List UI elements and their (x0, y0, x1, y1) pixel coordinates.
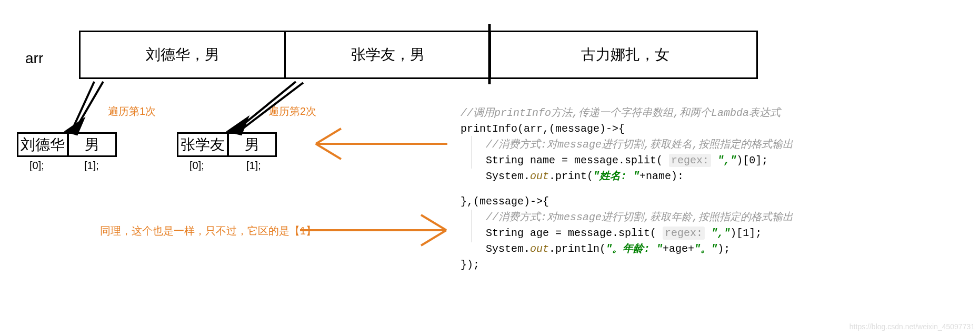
indent-guide-2 (471, 210, 472, 242)
code-split-arg-1: "," (717, 154, 736, 166)
iter1-idx-1: [1]; (84, 160, 99, 172)
bottom-note: 同理，这个也是一样，只不过，它区的是【1】 (100, 224, 316, 238)
code-out-1: out (530, 170, 549, 182)
svg-line-0 (71, 82, 94, 132)
code-l1-name-a: String name = message.split( (486, 154, 663, 166)
iter2-idx-1: [1]; (246, 160, 261, 172)
code-l1-print-str: "姓名: " (593, 170, 639, 182)
code-comment-lambda1: //消费方式:对message进行切割,获取姓名,按照指定的格式输出 (486, 139, 793, 151)
array-cell-1: 张学友，男 (286, 32, 491, 77)
iter2-label: 遍历第2次 (268, 104, 316, 119)
diagram-root: arr 刘德华，男 张学友，男 古力娜扎，女 刘德华 男 [0]; [1]; 遍… (0, 0, 980, 334)
code-l2-print-str: "。年龄: " (606, 243, 663, 255)
svg-line-9 (316, 144, 341, 159)
code-l1-print-b: .print( (549, 170, 593, 182)
iter1-cell-1: 男 (67, 132, 117, 157)
code-l2-age-a: String age = message.split( (486, 227, 656, 239)
iter1-label: 遍历第1次 (108, 104, 156, 119)
arr-label: arr (25, 50, 43, 67)
code-comment-top: //调用printInfo方法,传递一个字符串数组,和两个Lambda表达式 (461, 107, 781, 119)
code-split-arg-2: "," (711, 227, 730, 239)
regex-hint-1: regex: (669, 154, 711, 167)
array-cell-2: 古力娜扎，女 (491, 32, 759, 77)
iter2-cell-0: 张学友 (177, 132, 228, 157)
code-l2-print-c: +age+ (663, 243, 694, 255)
iter1-idx-0: [0]; (29, 160, 44, 172)
code-l2-print-b: .println( (549, 243, 606, 255)
watermark: https://blog.csdn.net/weixin_45097731 (849, 322, 975, 331)
array-box: 刘德华，男 张学友，男 古力娜扎，女 (79, 31, 758, 79)
svg-line-8 (316, 129, 341, 144)
array-cell-0: 刘德华，男 (81, 32, 286, 77)
code-block-2: },(message)->{ //消费方式:对message进行切割,获取年龄,… (461, 194, 793, 273)
code-l1-name-b: )[0]; (736, 154, 768, 166)
code-block: //调用printInfo方法,传递一个字符串数组,和两个Lambda表达式 p… (461, 105, 793, 184)
code-l2-age-b: )[1]; (730, 227, 762, 239)
code-mid: },(message)->{ (461, 195, 549, 208)
iter2-idx-0: [0]; (189, 160, 204, 172)
iter1-cell-0: 刘德华 (17, 132, 68, 157)
regex-hint-2: regex: (663, 227, 705, 240)
code-l1-print-a: System. (486, 170, 530, 182)
svg-line-11 (421, 215, 446, 230)
svg-line-1 (74, 82, 103, 132)
code-out-2: out (530, 243, 549, 255)
code-l1-print-c: +name): (639, 170, 684, 182)
code-l2-print-str2: "。" (694, 243, 717, 255)
indent-guide-1 (471, 136, 472, 169)
svg-line-12 (421, 230, 446, 245)
code-end: }); (461, 259, 479, 271)
code-comment-lambda2: //消费方式:对message进行切割,获取年龄,按照指定的格式输出 (486, 211, 793, 223)
code-l2-print-a: System. (486, 243, 530, 255)
code-call: printInfo(arr,(message)->{ (461, 123, 625, 135)
code-l2-print-d: ); (717, 243, 730, 255)
iter2-cell-1: 男 (227, 132, 277, 157)
